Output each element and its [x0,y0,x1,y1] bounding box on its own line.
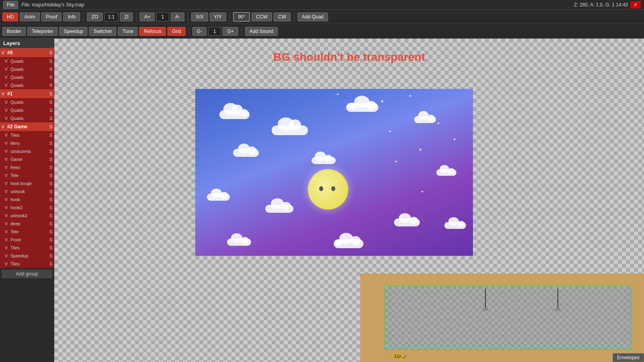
refocus-button[interactable]: Refocus [139,27,166,36]
layers-header: Layers [0,39,54,48]
group-s-0[interactable]: S [50,50,52,55]
xx-button[interactable]: X/X [191,12,208,21]
grid-button[interactable]: Grid [167,27,186,36]
item-check: V [5,59,10,64]
layer-group-1[interactable]: V #1 S [0,89,54,98]
list-item[interactable]: V Quads S [0,114,54,122]
speedup-button[interactable]: Speedup [59,27,87,36]
layer-group-2[interactable]: V #2 Game S [0,122,54,131]
list-item[interactable]: V unhook S [0,187,54,195]
envelopes-button[interactable]: Envelopes [613,353,644,362]
item-name: Quads [10,116,50,121]
item-name: Quads [10,108,50,113]
sep1 [83,12,84,22]
list-item[interactable]: V hook trough S [0,179,54,187]
star: ✦ [453,137,456,142]
list-item[interactable]: V Quads S [0,106,54,114]
item-s[interactable]: S [50,83,52,88]
list-item[interactable]: V Tele S [0,228,54,236]
sep3 [188,12,188,22]
list-item[interactable]: V Tiles S [0,244,54,252]
ground-inner [384,286,632,350]
a-minus-button[interactable]: A- [171,12,184,21]
g-plus-button[interactable]: G+ [223,27,238,36]
yy-button[interactable]: Y/Y [210,12,226,21]
list-item[interactable]: V Quads S [0,98,54,106]
ground-checkered [385,286,631,349]
item-s[interactable]: S [50,67,52,72]
sky-scene: ✦ ✦ ★ ✦ ✦ ★ ✦ ✦ ✦ ✦ [195,89,473,256]
list-item[interactable]: V oznaczenia S [0,147,54,155]
list-item[interactable]: V Quads S [0,57,54,65]
list-item[interactable]: V deep S [0,220,54,228]
add-group-button[interactable]: Add group [2,269,52,278]
tune-button[interactable]: Tune [118,27,138,36]
toolbar2: Border Teleporter Speedup Switcher Tune … [0,24,644,39]
sep7 [242,27,242,36]
vip-text: VIP★ [392,353,406,359]
cloud [264,198,295,213]
item-name: Quads [10,67,50,72]
list-item[interactable]: V hook2 S [0,204,54,212]
ccw-button[interactable]: CCW [252,12,272,21]
list-item[interactable]: V Game S [0,155,54,163]
file-path: File: maps/Holiday's Sky.map [21,2,84,8]
switcher-button[interactable]: Switcher [89,27,116,36]
item-check: V [5,100,10,105]
list-item[interactable]: V Tiles S [0,260,54,268]
list-item[interactable]: V Tiles S [0,131,54,139]
moon-eye-right [331,186,335,191]
item-name: Quads [10,83,50,88]
a-plus-button[interactable]: A+ [140,12,155,21]
list-item[interactable]: V Front S [0,236,54,244]
g-minus-button[interactable]: G- [192,27,206,36]
layer-group-0[interactable]: V #0 S [0,48,54,57]
list-item[interactable]: V Quads S [0,73,54,81]
file-menu[interactable]: File [3,1,18,9]
group-check-2: V [2,125,7,129]
item-s[interactable]: S [50,116,52,121]
star: ✦ [394,159,398,164]
border-button[interactable]: Border [2,27,26,36]
group-s-1[interactable]: S [50,91,52,96]
canvas-area[interactable]: BG shouldn't be transparent ✦ ✦ ★ ✦ ✦ ★ … [54,39,644,362]
zi-button[interactable]: ZI [120,12,133,21]
list-item[interactable]: V freez S [0,163,54,171]
item-s[interactable]: S [50,75,52,80]
add-sound-button[interactable]: Add Sound [245,27,278,36]
info-button[interactable]: Info [63,12,80,21]
warning-text: BG shouldn't be transparent [273,51,425,64]
alpha-value: 1 [156,12,169,21]
star: ✦ [409,94,412,98]
add-quad-button[interactable]: Add Quad [297,12,328,21]
teleporter-button[interactable]: Teleporter [27,27,58,36]
cw-button[interactable]: CW [274,12,291,21]
list-item[interactable]: V unhook2 S [0,212,54,220]
item-name: Quads [10,100,50,105]
list-item[interactable]: V hook S [0,195,54,204]
star: ✦ [388,129,392,134]
group-s-2[interactable]: S [50,124,52,129]
sep4 [229,12,230,22]
hd-button[interactable]: HD [2,12,18,21]
list-item[interactable]: V Tele S [0,171,54,179]
star: ★ [419,147,422,152]
group-name-2: #2 Game [7,124,50,130]
cloud [205,189,231,201]
angle-button[interactable]: 90° [233,12,250,22]
cloud [413,111,438,123]
item-s[interactable]: S [50,108,52,113]
list-item[interactable]: V litery S [0,139,54,147]
anim-button[interactable]: Anim [20,12,39,21]
list-item[interactable]: V Quads S [0,81,54,89]
list-item[interactable]: V Quads S [0,65,54,73]
zo-button[interactable]: ZO [87,12,103,21]
lamp-wire-1 [485,289,486,309]
star: ✦ [421,189,424,194]
close-button[interactable]: ✕ [630,1,641,8]
list-item[interactable]: V Speedup S [0,252,54,260]
proof-button[interactable]: Proof [41,12,62,21]
item-s[interactable]: S [50,59,52,64]
item-name: Quads [10,75,50,80]
item-s[interactable]: S [50,100,52,105]
